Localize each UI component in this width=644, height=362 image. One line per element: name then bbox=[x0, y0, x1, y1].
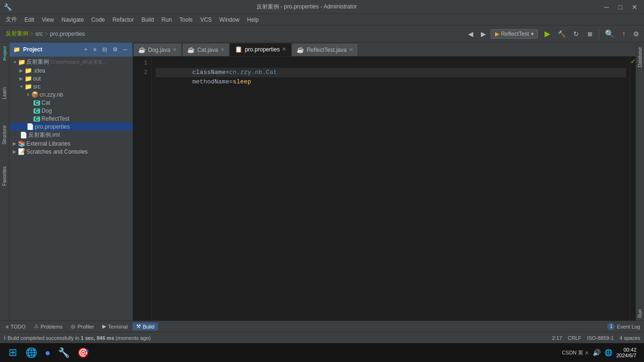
tree-item-reflecttest[interactable]: C ReflectTest bbox=[9, 115, 132, 123]
git-button[interactable]: ↑ bbox=[619, 28, 628, 40]
menu-refactor[interactable]: Refactor bbox=[109, 16, 138, 24]
taskbar-chrome-icon[interactable]: ● bbox=[41, 346, 54, 360]
tab-label-dog: Dog.java bbox=[148, 47, 170, 53]
run-config-selector[interactable]: ▶ ReflectTest ▾ bbox=[491, 29, 538, 39]
tree-item-scratches[interactable]: ▶ 📝 Scratches and Consoles bbox=[9, 148, 132, 156]
breadcrumb-src[interactable]: src bbox=[35, 31, 43, 37]
forward-button[interactable]: ▶ bbox=[478, 29, 489, 39]
build-status-msg: Build completed successfully in 1 sec, 8… bbox=[8, 335, 150, 341]
reload-button[interactable]: ↻ bbox=[570, 29, 582, 39]
tree-arrow-package: ▾ bbox=[25, 92, 31, 97]
menu-navigate[interactable]: Navigate bbox=[58, 16, 87, 24]
menu-help[interactable]: Help bbox=[243, 16, 263, 24]
run-tool-button[interactable]: Run bbox=[636, 306, 644, 321]
event-log-label[interactable]: Event Log bbox=[617, 324, 640, 329]
stop-button[interactable]: ⏹ bbox=[584, 29, 596, 39]
tree-item-properties[interactable]: 📄 pro.properties bbox=[9, 123, 132, 131]
line-ending[interactable]: CRLF bbox=[568, 335, 581, 341]
menu-file[interactable]: 文件 bbox=[2, 15, 21, 25]
menu-view[interactable]: View bbox=[38, 16, 58, 24]
tab-label-cat: Cat.java bbox=[197, 47, 218, 53]
tab-close-props[interactable]: ✕ bbox=[282, 46, 286, 52]
tab-label-props: pro.properties bbox=[245, 46, 280, 53]
tree-item-cat[interactable]: C Cat bbox=[9, 99, 132, 107]
gutter-right: ✓ bbox=[630, 57, 636, 321]
code-editor[interactable]: className=cn.zzy.nb.Cat methodName=sleep bbox=[152, 57, 630, 321]
search-button[interactable]: 🔍 bbox=[602, 28, 617, 40]
tab-cat-java[interactable]: ☕ Cat.java ✕ bbox=[182, 43, 230, 56]
menu-edit[interactable]: Edit bbox=[21, 16, 38, 24]
tab-todo[interactable]: ≡ TODO bbox=[2, 323, 29, 330]
line-numbers: 1 2 bbox=[133, 57, 152, 321]
tree-arrow-scratches: ▶ bbox=[11, 149, 18, 154]
tab-close-cat[interactable]: ✕ bbox=[220, 47, 224, 53]
close-button[interactable]: ✕ bbox=[629, 2, 640, 12]
tree-item-external-libs[interactable]: ▶ 📚 External Libraries bbox=[9, 140, 132, 148]
tab-build[interactable]: ⚒ Build bbox=[132, 322, 158, 330]
project-header-list[interactable]: ≡ bbox=[91, 46, 98, 53]
project-tool-button[interactable]: Project bbox=[1, 44, 8, 63]
project-header-collapse[interactable]: ⊟ bbox=[101, 46, 108, 53]
tab-reflecttest-java[interactable]: ☕ ReflectTest.java ✕ bbox=[291, 43, 358, 56]
build-status-icon: ℹ bbox=[4, 335, 6, 341]
cursor-position[interactable]: 2:17 bbox=[552, 335, 562, 341]
tree-item-out[interactable]: ▶ 📁 out bbox=[9, 74, 132, 82]
title-bar-title: 反射案例 - pro.properties - Administrator bbox=[12, 3, 602, 11]
tab-problems[interactable]: ⚠ Problems bbox=[30, 322, 66, 330]
menu-run[interactable]: Run bbox=[158, 16, 176, 24]
menu-code[interactable]: Code bbox=[88, 16, 109, 24]
run-button[interactable]: ▶ bbox=[542, 28, 553, 40]
editor-content[interactable]: 1 2 className=cn.zzy.nb.Cat methodName=s… bbox=[133, 57, 636, 321]
learn-tool-button[interactable]: Learn bbox=[1, 85, 8, 101]
tree-item-dog[interactable]: C Dog bbox=[9, 107, 132, 115]
back-button[interactable]: ◀ bbox=[465, 29, 476, 39]
start-button[interactable]: ⊞ bbox=[4, 345, 22, 361]
code-val-2: sleep bbox=[233, 78, 251, 85]
taskbar-app-icon[interactable]: 🎯 bbox=[74, 345, 93, 360]
breadcrumb-project[interactable]: 反射案例 bbox=[6, 30, 28, 38]
build-button[interactable]: 🔨 bbox=[555, 29, 569, 39]
taskbar-intellij-icon[interactable]: 🔧 bbox=[54, 345, 74, 360]
settings-button[interactable]: ⚙ bbox=[630, 29, 642, 39]
check-indicator: ✓ bbox=[630, 57, 636, 65]
line-num-1: 1 bbox=[133, 58, 148, 68]
folder-icon-out: 📁 bbox=[25, 75, 32, 82]
menu-build[interactable]: Build bbox=[138, 16, 158, 24]
file-encoding[interactable]: ISO-8859-1 bbox=[587, 335, 614, 341]
tree-label-iml: 反射案例.iml bbox=[28, 131, 60, 139]
tab-profiler[interactable]: ◎ Profiler bbox=[67, 322, 98, 330]
tab-close-reflecttest[interactable]: ✕ bbox=[349, 47, 353, 53]
minimize-button[interactable]: ─ bbox=[602, 2, 612, 12]
tree-item-package[interactable]: ▾ 📦 cn.zzy.nb bbox=[9, 90, 132, 99]
tree-item-root[interactable]: ▾ 📁 反射案例 D:\workspace_46\反射案... bbox=[9, 58, 132, 66]
project-header-add[interactable]: + bbox=[83, 46, 89, 53]
project-header-settings[interactable]: ⚙ bbox=[111, 46, 119, 53]
structure-tool-button[interactable]: Structure bbox=[1, 123, 8, 147]
indent-setting[interactable]: 4 spaces bbox=[619, 335, 640, 341]
project-header-hide[interactable]: ─ bbox=[122, 46, 129, 53]
menu-window[interactable]: Window bbox=[215, 16, 243, 24]
tree-arrow-ext-libs: ▶ bbox=[11, 141, 18, 146]
favorites-tool-button[interactable]: Favorites bbox=[1, 165, 8, 188]
menu-vcs[interactable]: VCS bbox=[197, 16, 216, 24]
app-icon: 🔧 bbox=[4, 3, 12, 11]
toolbar-separator bbox=[599, 28, 599, 40]
tab-close-dog[interactable]: ✕ bbox=[173, 47, 177, 53]
tree-label-cat: Cat bbox=[41, 99, 50, 106]
maximize-button[interactable]: □ bbox=[616, 2, 625, 12]
profiler-icon: ◎ bbox=[71, 323, 75, 329]
tab-dog-java[interactable]: ☕ Dog.java ✕ bbox=[133, 43, 182, 56]
tab-pro-properties[interactable]: 📋 pro.properties ✕ bbox=[230, 43, 291, 56]
menu-bar: 文件 Edit View Navigate Code Refactor Buil… bbox=[0, 14, 644, 25]
tree-item-src[interactable]: ▾ 📁 src bbox=[9, 82, 132, 90]
code-eq-1: = bbox=[225, 69, 229, 76]
tree-item-iml[interactable]: 📄 反射案例.iml bbox=[9, 131, 132, 140]
tree-item-idea[interactable]: ▶ 📁 .idea bbox=[9, 66, 132, 74]
tab-terminal[interactable]: ▶ Terminal bbox=[99, 322, 132, 330]
database-tool-button[interactable]: Database bbox=[636, 44, 644, 70]
class-icon-reflecttest: C bbox=[33, 115, 41, 122]
menu-tools[interactable]: Tools bbox=[176, 16, 197, 24]
breadcrumb-file[interactable]: pro.properties bbox=[50, 31, 85, 37]
breadcrumb: 反射案例 > src > pro.properties bbox=[2, 30, 89, 38]
taskbar-edge-icon[interactable]: 🌐 bbox=[22, 345, 41, 360]
